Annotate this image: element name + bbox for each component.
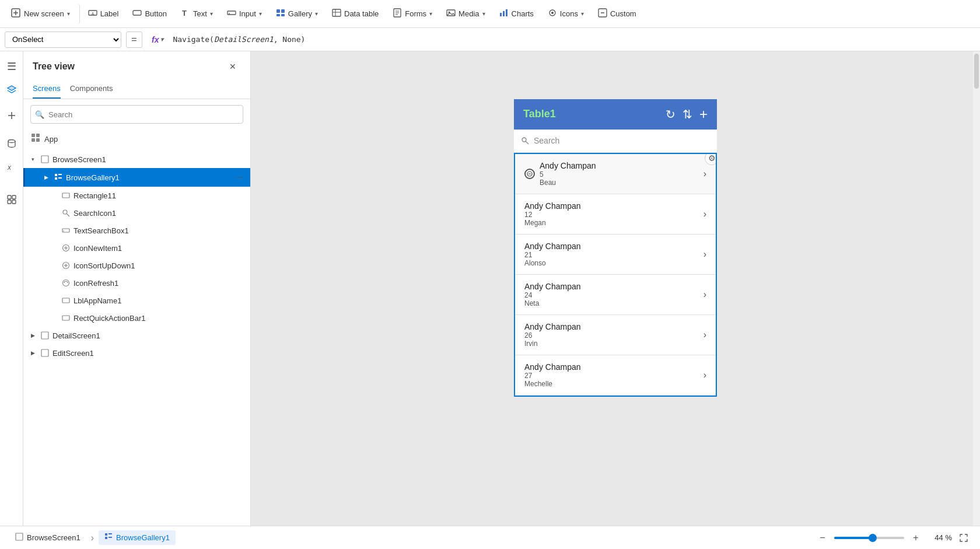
tree-item-detail-screen1[interactable]: ▶ DetailScreen1 bbox=[23, 327, 250, 344]
property-selector[interactable]: OnSelect bbox=[5, 32, 121, 48]
svg-rect-22 bbox=[500, 13, 502, 16]
gallery-label: Gallery bbox=[288, 9, 312, 18]
tab-screens[interactable]: Screens bbox=[33, 79, 61, 99]
zoom-slider[interactable] bbox=[834, 537, 904, 539]
plus-icon[interactable] bbox=[1, 105, 22, 126]
button-button[interactable]: Button bbox=[127, 5, 173, 23]
gallery-tree-icon bbox=[53, 173, 64, 181]
tree-item-browse-screen[interactable]: ▾ BrowseScreen1 bbox=[23, 151, 250, 168]
app-item[interactable]: App bbox=[23, 130, 250, 148]
browse-gallery-expand[interactable]: ▶ bbox=[41, 173, 51, 182]
input-button[interactable]: Input ▾ bbox=[221, 5, 268, 23]
item-chevron-0: › bbox=[704, 169, 706, 179]
tree-item-icon-refresh1[interactable]: IconRefresh1 bbox=[23, 274, 250, 292]
gallery-item-1[interactable]: Andy Champan 12 Megan › bbox=[515, 194, 716, 235]
new-screen-button[interactable]: New screen ▾ bbox=[5, 4, 80, 24]
tree-item-lbl-app-name1[interactable]: LblAppName1 bbox=[23, 292, 250, 309]
menu-icon[interactable]: ☰ bbox=[1, 56, 22, 77]
gallery-icon bbox=[276, 8, 285, 20]
tree-item-search-icon1[interactable]: SearchIcon1 bbox=[23, 204, 250, 222]
svg-rect-42 bbox=[41, 156, 48, 163]
zoom-slider-thumb[interactable] bbox=[869, 534, 877, 542]
side-icons: ☰ x bbox=[0, 51, 23, 526]
svg-rect-24 bbox=[506, 9, 508, 16]
forms-button[interactable]: Forms ▾ bbox=[387, 5, 438, 23]
zoom-out-button[interactable]: − bbox=[816, 531, 830, 545]
gallery-item-3[interactable]: Andy Champan 24 Neta › bbox=[515, 275, 716, 315]
svg-rect-13 bbox=[332, 9, 341, 16]
gallery-button[interactable]: Gallery ▾ bbox=[270, 5, 324, 23]
fx-label: fx bbox=[152, 35, 159, 44]
tree-search-input[interactable] bbox=[30, 105, 243, 124]
formula-content[interactable]: Navigate(DetailScreen1, None) bbox=[173, 35, 975, 44]
zoom-in-button[interactable]: + bbox=[909, 531, 923, 545]
scroll-thumb bbox=[974, 54, 979, 89]
icon-refresh1-label: IconRefresh1 bbox=[74, 279, 246, 288]
tree-content: ▾ BrowseScreen1 ▶ BrowseGallery1 ··· bbox=[23, 148, 250, 526]
svg-point-26 bbox=[551, 12, 554, 14]
detail-screen-expand[interactable]: ▶ bbox=[28, 331, 37, 340]
add-header-icon[interactable]: + bbox=[699, 106, 708, 123]
gallery-item-2[interactable]: Andy Champan 21 Alonso › bbox=[515, 235, 716, 275]
tree-item-edit-screen1[interactable]: ▶ EditScreen1 bbox=[23, 344, 250, 362]
gallery-item-0[interactable]: Andy Champan 5 Beau › bbox=[515, 154, 716, 194]
icons-label: Icons bbox=[560, 9, 578, 18]
tree-item-rectangle11[interactable]: Rectangle11 bbox=[23, 187, 250, 204]
equals-button[interactable]: = bbox=[126, 32, 142, 48]
breadcrumb-browse-screen[interactable]: BrowseScreen1 bbox=[9, 530, 86, 545]
item-content-1: Andy Champan 12 Megan bbox=[524, 201, 704, 227]
tree-search-icon: 🔍 bbox=[35, 110, 44, 119]
fx-button[interactable]: fx ▾ bbox=[147, 33, 168, 47]
canvas-scrollbar[interactable] bbox=[973, 51, 980, 526]
media-button[interactable]: Media ▾ bbox=[440, 5, 491, 23]
item-content-5: Andy Champan 27 Mechelle bbox=[524, 362, 704, 388]
zoom-controls: − + 44 % bbox=[816, 531, 971, 545]
icon-sort-icon bbox=[61, 261, 71, 270]
svg-marker-29 bbox=[8, 86, 16, 90]
expand-canvas-button[interactable] bbox=[957, 531, 971, 545]
svg-rect-9 bbox=[276, 9, 280, 13]
charts-button[interactable]: Charts bbox=[494, 5, 540, 23]
status-bar: BrowseScreen1 › BrowseGallery1 − + 44 % bbox=[0, 526, 980, 549]
item-chevron-3: › bbox=[704, 289, 706, 300]
gallery-item-4[interactable]: Andy Champan 26 Irvin › bbox=[515, 315, 716, 355]
tree-item-icon-sort-up-down1[interactable]: IconSortUpDown1 bbox=[23, 257, 250, 274]
browse-screen-label: BrowseScreen1 bbox=[52, 155, 246, 164]
components-icon[interactable] bbox=[1, 189, 22, 210]
edit-screen-expand[interactable]: ▶ bbox=[28, 348, 37, 358]
browse-gallery-label: BrowseGallery1 bbox=[66, 173, 231, 182]
item-content-4: Andy Champan 26 Irvin bbox=[524, 322, 704, 348]
data-table-label: Data table bbox=[344, 9, 379, 18]
gallery-settings-button[interactable]: ⚙ bbox=[705, 153, 717, 165]
tree-item-text-search-box1[interactable]: TextSearchBox1 bbox=[23, 222, 250, 239]
browse-screen-expand[interactable]: ▾ bbox=[28, 155, 37, 164]
custom-icon bbox=[598, 8, 607, 20]
svg-rect-62 bbox=[41, 349, 48, 356]
tab-components[interactable]: Components bbox=[70, 79, 113, 99]
layers-icon[interactable] bbox=[1, 79, 22, 100]
refresh-header-icon[interactable]: ↻ bbox=[666, 107, 676, 121]
breadcrumb-browse-gallery[interactable]: BrowseGallery1 bbox=[99, 530, 176, 545]
tree-close-button[interactable]: ✕ bbox=[225, 58, 241, 75]
tree-item-rect-quick-action-bar1[interactable]: RectQuickActionBar1 bbox=[23, 309, 250, 327]
text-button[interactable]: T Text ▾ bbox=[175, 5, 219, 23]
tree-item-icon-new-item1[interactable]: IconNewItem1 bbox=[23, 239, 250, 257]
app-label: App bbox=[44, 135, 58, 144]
item-chevron-2: › bbox=[704, 249, 706, 260]
svg-point-48 bbox=[63, 210, 67, 214]
app-icon bbox=[30, 132, 41, 145]
database-icon[interactable] bbox=[1, 133, 22, 154]
variables-icon[interactable]: x bbox=[1, 156, 22, 177]
gallery-container[interactable]: ⚙ Andy Champan 5 Beau › Andy Champan bbox=[514, 153, 717, 397]
text-search-box1-label: TextSearchBox1 bbox=[74, 226, 246, 235]
tree-item-browse-gallery[interactable]: ▶ BrowseGallery1 ··· bbox=[23, 168, 250, 187]
icons-button[interactable]: Icons ▾ bbox=[542, 5, 590, 23]
sort-header-icon[interactable]: ⇅ bbox=[682, 107, 692, 121]
gallery-item-5[interactable]: Andy Champan 27 Mechelle › bbox=[515, 355, 716, 396]
rectangle-icon bbox=[61, 191, 71, 200]
label-button[interactable]: A Label bbox=[82, 5, 125, 23]
data-table-button[interactable]: Data table bbox=[326, 5, 384, 23]
svg-rect-68 bbox=[105, 533, 107, 536]
browse-gallery-more[interactable]: ··· bbox=[233, 171, 246, 184]
custom-button[interactable]: Custom bbox=[592, 5, 642, 23]
